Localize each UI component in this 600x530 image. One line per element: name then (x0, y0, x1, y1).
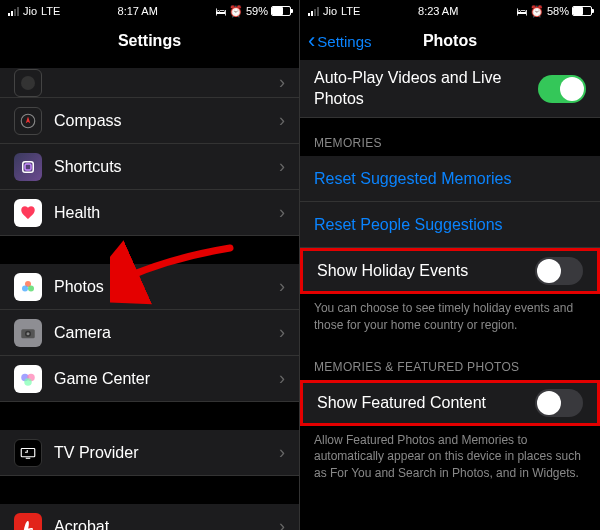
camera-icon (14, 319, 42, 347)
battery-icon (271, 6, 291, 16)
chevron-right-icon: › (279, 72, 285, 93)
nav-bar: ‹ Settings Photos (300, 22, 600, 60)
svg-point-11 (24, 378, 32, 386)
settings-row-tvprovider[interactable]: TV Provider › (0, 430, 299, 476)
settings-row-shortcuts[interactable]: Shortcuts › (0, 144, 299, 190)
chevron-right-icon: › (279, 516, 285, 530)
page-title: Settings (118, 32, 181, 50)
chevron-right-icon: › (279, 110, 285, 131)
signal-icon (8, 7, 19, 16)
chevron-right-icon: › (279, 156, 285, 177)
chevron-right-icon: › (279, 442, 285, 463)
battery-percent: 58% (547, 5, 569, 17)
network-label: LTE (41, 5, 60, 17)
chevron-left-icon: ‹ (308, 30, 315, 52)
dnd-icon: 🛏 (516, 5, 527, 17)
autoplay-toggle[interactable] (538, 75, 586, 103)
row-label: Compass (54, 112, 279, 130)
shortcuts-icon (14, 153, 42, 181)
photos-settings-screen: Jio LTE 8:23 AM 🛏 ⏰ 58% ‹ Settings Photo… (300, 0, 600, 530)
settings-row-camera[interactable]: Camera › (0, 310, 299, 356)
settings-row-gamecenter[interactable]: Game Center › (0, 356, 299, 402)
health-icon (14, 199, 42, 227)
chevron-right-icon: › (279, 276, 285, 297)
settings-row-health[interactable]: Health › (0, 190, 299, 236)
tv-icon (14, 439, 42, 467)
row-label: Photos (54, 278, 279, 296)
back-label: Settings (317, 33, 371, 50)
featured-toggle[interactable] (535, 389, 583, 417)
settings-row-partial[interactable]: › (0, 68, 299, 98)
compass-icon (14, 107, 42, 135)
reset-people-row[interactable]: Reset People Suggestions (300, 202, 600, 248)
row-label: Auto-Play Videos and Live Photos (314, 68, 538, 110)
autoplay-row[interactable]: Auto-Play Videos and Live Photos (300, 60, 600, 118)
chevron-right-icon: › (279, 322, 285, 343)
status-bar: Jio LTE 8:23 AM 🛏 ⏰ 58% (300, 0, 600, 22)
row-label: Show Featured Content (317, 394, 535, 412)
show-holiday-row[interactable]: Show Holiday Events (300, 248, 600, 294)
row-label: Game Center (54, 370, 279, 388)
battery-percent: 59% (246, 5, 268, 17)
svg-point-8 (27, 332, 30, 335)
row-label: Health (54, 204, 279, 222)
reset-suggested-row[interactable]: Reset Suggested Memories (300, 156, 600, 202)
nav-bar: Settings (0, 22, 299, 60)
chevron-right-icon: › (279, 368, 285, 389)
settings-row-photos[interactable]: Photos › (0, 264, 299, 310)
acrobat-icon (14, 513, 42, 531)
row-label: Acrobat (54, 518, 279, 531)
section-header-memories: MEMORIES (300, 118, 600, 156)
holiday-toggle[interactable] (535, 257, 583, 285)
row-label: TV Provider (54, 444, 279, 462)
section-header-featured: MEMORIES & FEATURED PHOTOS (300, 342, 600, 380)
carrier-label: Jio (23, 5, 37, 17)
holiday-footnote: You can choose to see timely holiday eve… (300, 294, 600, 342)
svg-point-5 (28, 285, 34, 291)
photos-icon (14, 273, 42, 301)
svg-point-4 (22, 285, 28, 291)
settings-row-compass[interactable]: Compass › (0, 98, 299, 144)
row-label: Camera (54, 324, 279, 342)
battery-icon (572, 6, 592, 16)
featured-footnote: Allow Featured Photos and Memories to au… (300, 426, 600, 490)
settings-screen: Jio LTE 8:17 AM 🛏 ⏰ 59% Settings › Compa… (0, 0, 300, 530)
signal-icon (308, 7, 319, 16)
gamecenter-icon (14, 365, 42, 393)
row-label: Reset People Suggestions (314, 216, 586, 234)
alarm-icon: ⏰ (229, 5, 243, 18)
time-label: 8:23 AM (418, 5, 458, 17)
carrier-label: Jio (323, 5, 337, 17)
alarm-icon: ⏰ (530, 5, 544, 18)
back-button[interactable]: ‹ Settings (308, 30, 372, 52)
settings-row-acrobat[interactable]: Acrobat › (0, 504, 299, 530)
row-label: Show Holiday Events (317, 262, 535, 280)
svg-rect-2 (25, 164, 31, 170)
chevron-right-icon: › (279, 202, 285, 223)
dnd-icon: 🛏 (215, 5, 226, 17)
network-label: LTE (341, 5, 360, 17)
status-bar: Jio LTE 8:17 AM 🛏 ⏰ 59% (0, 0, 299, 22)
row-label: Shortcuts (54, 158, 279, 176)
time-label: 8:17 AM (118, 5, 158, 17)
page-title: Photos (423, 32, 477, 50)
show-featured-row[interactable]: Show Featured Content (300, 380, 600, 426)
svg-rect-12 (21, 448, 35, 456)
row-label: Reset Suggested Memories (314, 170, 586, 188)
